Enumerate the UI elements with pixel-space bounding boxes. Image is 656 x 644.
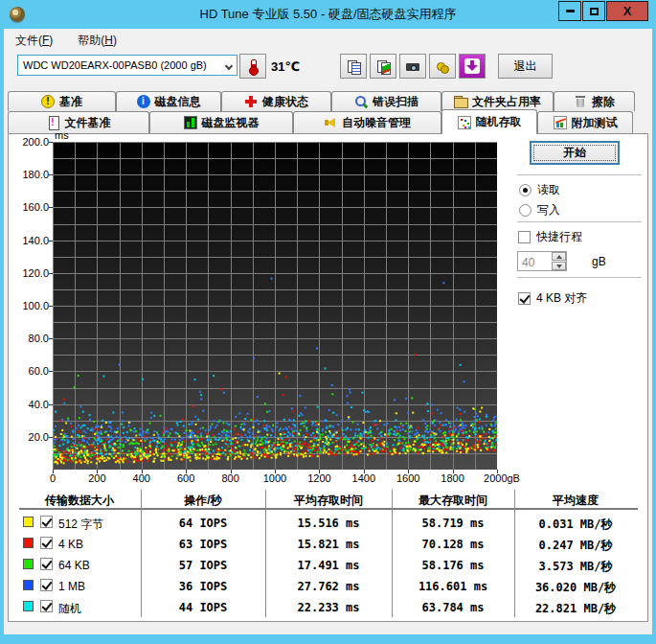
table-cell: 36.020 MB/秒: [535, 580, 616, 596]
copy-text-button[interactable]: [340, 54, 367, 79]
y-tick-mark: [49, 273, 53, 274]
table-cell: 63 IOPS: [179, 538, 228, 551]
series-label: 1 MB: [58, 580, 85, 593]
menu-item-h[interactable]: 帮助(H): [74, 31, 121, 51]
tab-label: 健康状态: [262, 94, 308, 110]
align-4kb-label: 4 KB 对齐: [536, 290, 587, 307]
stepper-up-button[interactable]: [552, 252, 566, 261]
x-axis-label: 800: [207, 472, 255, 484]
tab-erase[interactable]: 擦除: [554, 91, 635, 111]
exit-button[interactable]: 退出: [498, 54, 553, 79]
x-tick-mark: [453, 470, 454, 473]
tab-info[interactable]: 磁盘信息: [116, 91, 221, 111]
table-column-divider: [265, 490, 266, 617]
drive-select[interactable]: WDC WD20EARX-00PASB0 (2000 gB): [17, 55, 238, 76]
folder-icon: [454, 95, 467, 108]
table-cell: 116.601 ms: [418, 580, 487, 593]
series-checkbox[interactable]: [40, 600, 53, 612]
maximize-icon: [590, 8, 599, 15]
short-stroke-row: 快捷行程: [518, 229, 582, 245]
tab-folder[interactable]: 文件夹占用率: [441, 91, 554, 111]
table-cell: 3.573 MB/秒: [538, 559, 612, 575]
tab-file-benchmark[interactable]: 文件基准: [8, 111, 149, 133]
read-radio[interactable]: [519, 184, 532, 196]
series-checkbox[interactable]: [40, 579, 53, 591]
x-axis-label: 200: [73, 472, 121, 484]
start-button[interactable]: 开始: [530, 141, 620, 165]
write-radio[interactable]: [519, 204, 532, 217]
series-color-swatch: [23, 559, 34, 569]
menu-item-f[interactable]: 文件(F): [11, 31, 57, 51]
thermometer-icon: [246, 59, 260, 73]
x-axis-label: 600: [162, 472, 210, 484]
coins-button[interactable]: [429, 54, 456, 79]
up-arrow-icon: [556, 255, 562, 259]
x-tick-mark: [97, 470, 98, 473]
y-tick-mark: [49, 241, 53, 242]
table-column-divider: [392, 490, 393, 617]
titlebar: HD Tune 专业版 5.50 - 硬盘/固态硬盘实用程序 X: [0, 0, 656, 29]
table-cell: 0.247 MB/秒: [538, 538, 612, 554]
y-tick-mark: [49, 437, 53, 438]
y-tick-mark: [49, 142, 53, 143]
align-4kb-checkbox[interactable]: [518, 292, 531, 305]
y-axis-label: 20.0: [11, 431, 49, 443]
y-tick-mark: [49, 371, 53, 372]
series-checkbox[interactable]: [40, 537, 53, 549]
x-tick-mark: [142, 470, 143, 473]
series-color-swatch: [23, 580, 34, 590]
series-label: 4 KB: [58, 538, 83, 551]
tab-random[interactable]: 随机存取: [441, 109, 537, 134]
maximize-button[interactable]: [582, 1, 605, 21]
y-axis-label: 120.0: [11, 267, 49, 279]
x-axis-label: 1400: [340, 472, 388, 484]
coins-icon: [436, 59, 449, 73]
table-cell: 58.176 ms: [421, 559, 484, 572]
download-button[interactable]: [459, 54, 486, 79]
table-cell: 27.762 ms: [297, 580, 359, 593]
x-tick-mark: [497, 470, 498, 473]
series-checkbox[interactable]: [40, 516, 53, 528]
tab-health[interactable]: 健康状态: [221, 91, 331, 111]
x-tick-mark: [364, 470, 365, 473]
camera-button[interactable]: [399, 54, 426, 79]
separator: [517, 174, 642, 175]
table-cell: 15.516 ms: [297, 517, 359, 530]
tab-extra[interactable]: 附加测试: [537, 111, 633, 133]
stroke-size-stepper: [552, 252, 566, 270]
tab-label: 文件基准: [65, 115, 111, 131]
table-cell: 22.821 MB/秒: [535, 601, 616, 617]
temperature-button[interactable]: [239, 54, 266, 79]
x-axis-label: 0: [29, 472, 77, 484]
tab-label: 擦除: [592, 94, 615, 110]
series-label: 512 字节: [58, 517, 103, 533]
series-color-swatch: [23, 601, 34, 611]
table-column-divider: [514, 490, 515, 617]
y-tick-mark: [49, 338, 53, 339]
tab-benchmark[interactable]: 基准: [8, 91, 116, 111]
tab-label: 磁盘信息: [155, 94, 201, 110]
copy-image-button[interactable]: [370, 54, 396, 79]
y-axis-label: 140.0: [11, 235, 49, 246]
x-tick-mark: [319, 470, 320, 473]
tab-monitor[interactable]: 磁盘监视器: [149, 111, 293, 133]
read-label: 读取: [537, 182, 560, 198]
table-column-divider: [141, 490, 142, 617]
close-button[interactable]: X: [606, 1, 648, 21]
table-cell: 44 IOPS: [179, 601, 228, 614]
menubar: 文件(F)帮助(H): [4, 29, 652, 53]
table-cell: 63.784 ms: [421, 601, 484, 614]
short-stroke-checkbox[interactable]: [518, 231, 531, 243]
x-tick-mark: [231, 470, 232, 473]
x-axis-label: 1000: [251, 472, 299, 484]
stepper-down-button[interactable]: [552, 262, 566, 270]
close-icon: X: [623, 5, 632, 17]
series-checkbox[interactable]: [40, 558, 53, 570]
minimize-icon: [566, 10, 575, 12]
tab-label: 文件夹占用率: [472, 94, 541, 110]
tab-label: 基准: [59, 94, 82, 110]
tab-scan[interactable]: 错误扫描: [331, 91, 441, 111]
tab-aam[interactable]: 自动噪音管理: [293, 111, 441, 133]
y-tick-mark: [49, 174, 53, 175]
minimize-button[interactable]: [558, 1, 581, 21]
